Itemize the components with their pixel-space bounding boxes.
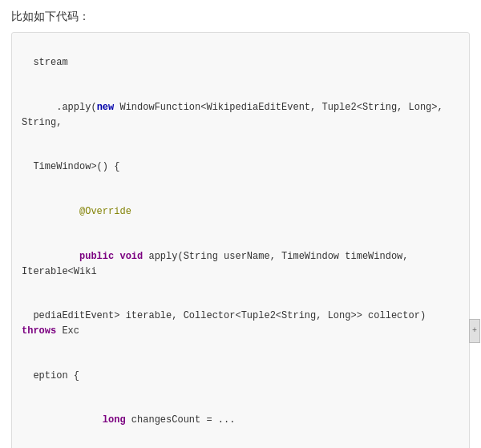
code-line: TimeWindow>() {: [33, 161, 119, 172]
code-line: stream: [33, 57, 67, 68]
code-line: pediaEditEvent> iterable, Collector<Tupl…: [22, 310, 431, 337]
code-line: .apply(new WindowFunction<WikipediaEditE…: [22, 102, 449, 128]
code-line: eption {: [33, 370, 79, 381]
code-line: public void apply(String userName, TimeW…: [22, 251, 414, 277]
expand-right-button[interactable]: +: [469, 319, 480, 343]
code-line: long changesCount = ...: [33, 414, 235, 426]
code-block-1: stream .apply(new WindowFunction<Wikiped…: [11, 32, 470, 448]
intro-label: 比如如下代码：: [11, 8, 470, 26]
code-annotation: @Override: [33, 206, 131, 217]
